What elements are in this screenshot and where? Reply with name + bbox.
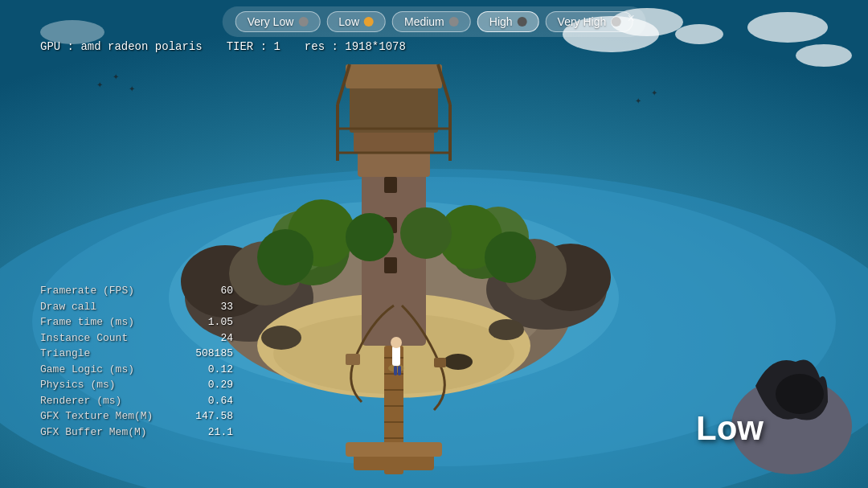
- stat-row-3: Instance Count 24: [40, 330, 233, 347]
- high-label: High: [489, 15, 513, 28]
- svg-point-56: [776, 374, 824, 414]
- stat-value-9: 21.1: [185, 424, 233, 441]
- stat-value-2: 1.05: [185, 314, 233, 330]
- very-low-dot: [298, 17, 308, 27]
- medium-dot: [449, 17, 459, 27]
- stat-label-3: Instance Count: [40, 330, 169, 347]
- svg-rect-51: [392, 346, 400, 366]
- stat-value-8: 147.58: [185, 408, 233, 424]
- stat-value-0: 60: [185, 283, 233, 299]
- svg-point-47: [261, 326, 301, 350]
- stat-row-5: Game Logic (ms) 0.12: [40, 362, 233, 378]
- high-dot: [518, 17, 527, 27]
- svg-rect-46: [346, 442, 442, 457]
- svg-rect-17: [346, 64, 442, 88]
- svg-point-34: [485, 232, 536, 283]
- close-button[interactable]: ×: [623, 10, 639, 27]
- svg-point-52: [391, 337, 402, 348]
- svg-rect-57: [346, 354, 360, 365]
- stat-row-9: GFX Buffer Mem(M) 21.1: [40, 424, 233, 441]
- stat-row-1: Draw call 33: [40, 299, 233, 315]
- stat-value-1: 33: [185, 299, 233, 315]
- quality-option-low[interactable]: Low: [326, 11, 386, 32]
- stat-row-2: Frame time (ms) 1.05: [40, 314, 233, 330]
- stat-label-9: GFX Buffer Mem(M): [40, 424, 169, 441]
- quality-option-very-high[interactable]: Very High: [546, 11, 633, 32]
- stat-label-5: Game Logic (ms): [40, 362, 169, 378]
- quality-option-high[interactable]: High: [477, 11, 539, 32]
- svg-rect-26: [384, 257, 397, 273]
- stat-row-4: Triangle 508185: [40, 346, 233, 362]
- quality-display-label: Low: [696, 409, 764, 448]
- tier-label: TIER : 1: [227, 40, 280, 53]
- stat-row-0: Framerate (FPS) 60: [40, 283, 233, 299]
- low-label: Low: [338, 15, 359, 28]
- stats-overlay: Framerate (FPS) 60 Draw call 33 Frame ti…: [40, 283, 233, 440]
- stat-value-4: 508185: [185, 346, 233, 362]
- res-label: res : 1918*1078: [305, 40, 406, 53]
- svg-rect-58: [434, 358, 446, 367]
- stat-label-0: Framerate (FPS): [40, 283, 169, 299]
- game-viewport: ✦ ✦ ✦ ✦ ✦: [0, 0, 868, 488]
- very-high-dot: [611, 17, 620, 27]
- stat-label-2: Frame time (ms): [40, 314, 169, 330]
- stat-label-6: Physics (ms): [40, 377, 169, 393]
- svg-point-49: [444, 354, 473, 370]
- svg-point-48: [489, 319, 524, 340]
- very-high-label: Very High: [558, 15, 607, 28]
- very-low-label: Very Low: [248, 15, 294, 28]
- svg-rect-24: [384, 177, 397, 193]
- svg-point-35: [346, 213, 394, 261]
- stat-label-8: GFX Texture Mem(M): [40, 408, 169, 424]
- low-dot: [364, 17, 374, 27]
- svg-rect-54: [398, 366, 401, 375]
- gpu-info-bar: GPU : amd radeon polaris TIER : 1 res : …: [40, 40, 406, 53]
- gpu-label: GPU : amd radeon polaris: [40, 40, 203, 53]
- quality-option-very-low[interactable]: Very Low: [235, 11, 321, 32]
- stat-label-7: Renderer (ms): [40, 393, 169, 409]
- stat-row-8: GFX Texture Mem(M) 147.58: [40, 408, 233, 424]
- stat-value-5: 0.12: [185, 362, 233, 378]
- quality-selector-bar: Very Low Low Medium High Very High ×: [223, 6, 646, 37]
- svg-point-36: [400, 207, 452, 259]
- medium-label: Medium: [404, 15, 444, 28]
- stat-row-7: Renderer (ms) 0.64: [40, 393, 233, 409]
- quality-option-medium[interactable]: Medium: [392, 11, 471, 32]
- stat-value-6: 0.29: [185, 377, 233, 393]
- stat-label-1: Draw call: [40, 299, 169, 315]
- stat-row-6: Physics (ms) 0.29: [40, 377, 233, 393]
- stat-value-3: 24: [185, 330, 233, 347]
- stat-value-7: 0.64: [185, 393, 233, 409]
- stat-label-4: Triangle: [40, 346, 169, 362]
- svg-point-30: [257, 229, 313, 285]
- svg-rect-53: [394, 366, 397, 375]
